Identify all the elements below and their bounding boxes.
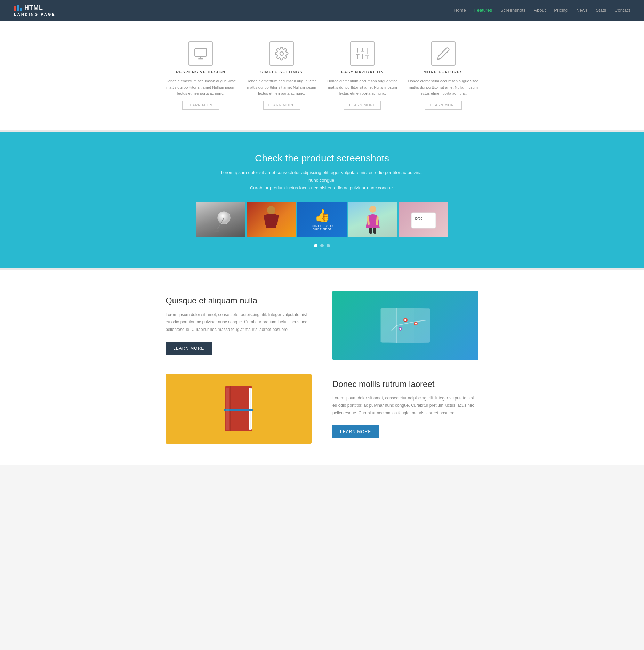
feature-responsive: RESPONSIVE DESIGN Donec elementum accums…	[166, 41, 236, 110]
learn-more-navigation[interactable]: LEARN MORE	[344, 101, 381, 110]
screenshot-thumb-4[interactable]	[348, 202, 397, 237]
map-illustration	[332, 291, 478, 360]
settings-icon	[269, 41, 294, 66]
svg-point-21	[369, 206, 376, 213]
screenshot-thumb-1[interactable]	[196, 202, 245, 237]
learn-more-settings[interactable]: LEARN MORE	[263, 101, 300, 110]
features-grid: RESPONSIVE DESIGN Donec elementum accums…	[166, 41, 478, 110]
feature-more: MORE FEATURES Donec elementum accumsan a…	[408, 41, 479, 110]
carousel-dots	[14, 244, 630, 247]
settings-svg	[275, 47, 289, 61]
logo-top: HTML	[14, 4, 56, 11]
svg-rect-46	[226, 388, 229, 430]
about-desc-1: Lorem ipsum dolor sit amet, consectetur …	[166, 311, 312, 334]
pencil-icon	[431, 41, 456, 66]
svg-point-17	[267, 206, 275, 214]
svg-point-35	[404, 319, 406, 321]
feature-title-more: MORE FEATURES	[424, 70, 463, 74]
svg-point-16	[214, 229, 219, 232]
logo-text: HTML	[24, 4, 43, 11]
card-graphic: iorpo	[408, 207, 439, 232]
about-text-1: Quisque et aliquam nulla Lorem ipsum dol…	[166, 296, 312, 355]
logo-subtitle: LANDING PAGE	[14, 12, 56, 16]
curtindo-text: CURTINDO!	[313, 228, 331, 231]
header: HTML LANDING PAGE Home Features Screensh…	[0, 0, 644, 21]
about-row-1: Quisque et aliquam nulla Lorem ipsum dol…	[166, 291, 478, 360]
feature-desc-navigation: Donec elementum accumsan augue vitae mat…	[327, 78, 398, 97]
screenshots-title: Check the product screenshots	[14, 153, 630, 164]
nav-pricing[interactable]: Pricing	[554, 8, 568, 13]
main-nav: Home Features Screenshots About Pricing …	[454, 8, 630, 13]
nav-about[interactable]: About	[534, 8, 546, 13]
thumbs-up-icon: 👍	[314, 208, 330, 223]
logo-icon	[14, 5, 22, 11]
feature-desc-responsive: Donec elementum accumsan augue vitae mat…	[166, 78, 236, 97]
svg-point-3	[280, 52, 283, 55]
nav-stats[interactable]: Stats	[596, 8, 606, 13]
nav-news[interactable]: News	[576, 8, 588, 13]
screenshot-thumb-2[interactable]	[247, 202, 296, 237]
like-text: COMECE 2013	[311, 224, 333, 228]
svg-rect-0	[195, 48, 207, 56]
nav-features[interactable]: Features	[474, 8, 492, 13]
feature-navigation: EASY NAVIGATION Donec elementum accumsan…	[327, 41, 398, 110]
golf-graphic	[207, 206, 234, 233]
svg-rect-33	[397, 308, 414, 343]
feature-settings: SIMPLE SETTINGS Donec elementum accumsan…	[247, 41, 317, 110]
screenshots-desc: Lorem ipsum dolor sit amet consectetur a…	[218, 169, 426, 192]
monitor-icon	[188, 41, 213, 66]
pencil-svg	[436, 47, 450, 61]
notebook-illustration	[166, 374, 312, 444]
map-svg	[378, 301, 433, 350]
feature-title-settings: SIMPLE SETTINGS	[260, 70, 303, 74]
svg-text:iorpo: iorpo	[415, 216, 423, 220]
nav-screenshots[interactable]: Screenshots	[500, 8, 525, 13]
about-text-2: Donec mollis rutrum laoreet Lorem ipsum …	[332, 379, 478, 439]
feature-title-responsive: RESPONSIVE DESIGN	[176, 70, 225, 74]
about-row-2: Donec mollis rutrum laoreet Lorem ipsum …	[166, 374, 478, 444]
man-graphic	[261, 204, 282, 235]
sliders-svg	[355, 47, 369, 61]
monitor-svg	[194, 47, 208, 61]
screenshot-thumb-5[interactable]: iorpo	[399, 202, 448, 237]
feature-title-navigation: EASY NAVIGATION	[341, 70, 384, 74]
feature-desc-more: Donec elementum accumsan augue vitae mat…	[408, 78, 479, 97]
learn-more-more[interactable]: LEARN MORE	[425, 101, 462, 110]
svg-rect-25	[373, 228, 376, 234]
girl-graphic	[364, 204, 381, 235]
carousel-dot-2[interactable]	[320, 244, 324, 247]
svg-rect-24	[369, 228, 372, 234]
about-title-2: Donec mollis rutrum laoreet	[332, 379, 478, 389]
nav-home[interactable]: Home	[454, 8, 466, 13]
about-section: Quisque et aliquam nulla Lorem ipsum dol…	[0, 270, 644, 465]
screenshot-thumb-3[interactable]: 👍 COMECE 2013 CURTINDO!	[297, 202, 347, 237]
carousel-dot-3[interactable]	[327, 244, 330, 247]
about-title-1: Quisque et aliquam nulla	[166, 296, 312, 306]
screenshots-gallery: 👍 COMECE 2013 CURTINDO!	[14, 202, 630, 237]
notebook-svg	[219, 383, 258, 435]
svg-point-40	[404, 321, 406, 322]
learn-more-responsive[interactable]: LEARN MORE	[182, 101, 219, 110]
logo-area: HTML LANDING PAGE	[14, 4, 56, 16]
learn-more-about-1[interactable]: LEARN MORE	[166, 342, 212, 355]
about-desc-2: Lorem ipsum dolor sit amet, consectetur …	[332, 395, 478, 417]
features-section: RESPONSIVE DESIGN Donec elementum accums…	[0, 21, 644, 130]
carousel-dot-1[interactable]	[314, 244, 317, 247]
sliders-icon	[350, 41, 375, 66]
feature-desc-settings: Donec elementum accumsan augue vitae mat…	[247, 78, 317, 97]
screenshots-section: Check the product screenshots Lorem ipsu…	[0, 132, 644, 268]
svg-point-37	[400, 328, 401, 330]
nav-contact[interactable]: Contact	[614, 8, 630, 13]
svg-point-39	[415, 323, 417, 325]
learn-more-about-2[interactable]: LEARN MORE	[332, 425, 379, 438]
svg-rect-26	[411, 213, 436, 228]
